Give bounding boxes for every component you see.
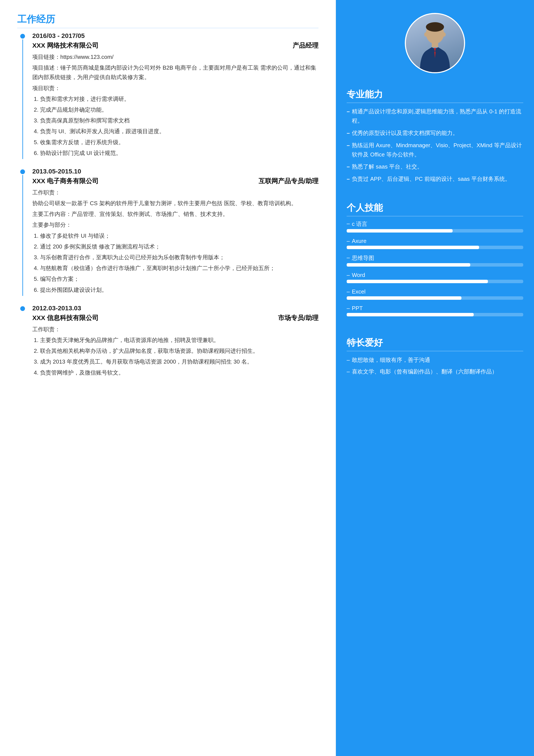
- skill-bars-container: c 语言Axure思维导图WordExcelPPT: [347, 220, 523, 316]
- skill-bar-label-5: PPT: [347, 305, 523, 311]
- job-company-3: XXX 信息科技有限公司: [32, 313, 99, 322]
- skill-bar-item-0: c 语言: [347, 220, 523, 232]
- skill-bar-fill-5: [347, 313, 474, 316]
- job-body-2: 工作职责： 协助公司研发一款基于 CS 架构的软件用于儿童智力测评，软件主要用户…: [32, 188, 318, 295]
- skill-bar-item-1: Axure: [347, 238, 523, 249]
- skill-bar-bg-2: [347, 263, 523, 267]
- job-content-3: 2012.03-2013.03 XXX 信息科技有限公司 市场专员/助理 工作职…: [28, 305, 318, 379]
- skill-bar-item-3: Word: [347, 272, 523, 283]
- timeline-item-2: 2013.05-2015.10 XXX 电子商务有限公司 互联网产品专员/助理 …: [17, 168, 318, 296]
- job-detail-3-0: 工作职责：: [32, 325, 318, 334]
- skill-bar-fill-0: [347, 229, 453, 232]
- skill-bar-item-5: PPT: [347, 305, 523, 316]
- duty-2-1: 修改了多处软件 UI 与错误；: [40, 231, 318, 240]
- job-header-2: XXX 电子商务有限公司 互联网产品专员/助理: [32, 177, 318, 186]
- job-title-3: 市场专员/助理: [278, 313, 318, 322]
- skill-bar-label-3: Word: [347, 272, 523, 279]
- timeline-line-2: [22, 175, 23, 296]
- timeline-dot-col-1: [17, 32, 28, 159]
- skill-bar-label-0: c 语言: [347, 220, 523, 228]
- job-detail-2-1: 协助公司研发一款基于 CS 架构的软件用于儿童智力测评，软件主要用户包括 医院、…: [32, 199, 318, 208]
- duty-2-4: 与慈航教育（校信通）合作进行市场推广，至离职时初步计划推广二十所小学，已经开始五…: [40, 263, 318, 273]
- job-detail-2-3: 主要参与部分：: [32, 220, 318, 230]
- job-body-1: 项目链接：https://www.123.com/ 项目描述：锤子简历商城是集团…: [32, 52, 318, 158]
- duty-2-3: 与乐创教育进行合作，至离职为止公司已经开始为乐创教育制作专用版本；: [40, 253, 318, 262]
- professional-skills-section: 专业能力 精通产品设计理念和原则,逻辑思维能力强，熟悉产品从 0-1 的打造流程…: [336, 82, 534, 193]
- duty-1-6: 协助设计部门完成 UI 设计规范。: [40, 148, 318, 158]
- skill-bar-bg-5: [347, 313, 523, 316]
- duty-1-4: 负责与 UI、测试和开发人员沟通，跟进项目进度。: [40, 126, 318, 136]
- timeline-dot-2: [20, 169, 25, 174]
- hobbies-list: 敢想敢做，细致有序，善于沟通 喜欢文学、电影（曾有编剧作品）、翻译（六部翻译作品…: [347, 355, 523, 376]
- job-content-2: 2013.05-2015.10 XXX 电子商务有限公司 互联网产品专员/助理 …: [28, 168, 318, 296]
- job-detail-2-2: 主要工作内容：产品管理、宣传策划、软件测试、市场推广、销售、技术支持。: [32, 209, 318, 219]
- pro-skill-4: 熟悉了解 saas 平台、社交。: [347, 162, 523, 171]
- duty-1-3: 负责高保真原型制作和撰写需求文档: [40, 116, 318, 125]
- photo-area: [336, 0, 534, 82]
- skill-bar-label-2: 思维导图: [347, 254, 523, 262]
- duty-1-5: 收集需求方反馈，进行系统升级。: [40, 138, 318, 147]
- job-date-3: 2012.03-2013.03: [32, 305, 318, 312]
- job-content-1: 2016/03 - 2017/05 XXX 网络技术有限公司 产品经理 项目链接…: [28, 32, 318, 159]
- job-duties-1: 负责和需求方对接，进行需求调研。 完成产品规划并确定功能。 负责高保真原型制作和…: [32, 94, 318, 158]
- job-date-2: 2013.05-2015.10: [32, 168, 318, 175]
- work-section: 工作经历 2016/03 - 2017/05 XXX 网络技术有限公司 产品经理…: [17, 13, 318, 379]
- svg-point-4: [442, 32, 446, 37]
- job-title-1: 产品经理: [292, 41, 318, 50]
- skill-bar-item-4: Excel: [347, 288, 523, 300]
- pro-skill-1: 精通产品设计理念和原则,逻辑思维能力强，熟悉产品从 0-1 的打造流程。: [347, 107, 523, 125]
- job-company-2: XXX 电子商务有限公司: [32, 177, 99, 186]
- photo-placeholder: [406, 14, 464, 72]
- job-date-1: 2016/03 - 2017/05: [32, 32, 318, 40]
- pro-skill-2: 优秀的原型设计以及需求文档撰写的能力。: [347, 128, 523, 138]
- timeline-dot-col-3: [17, 305, 28, 379]
- duty-1-1: 负责和需求方对接，进行需求调研。: [40, 94, 318, 104]
- timeline-item-1: 2016/03 - 2017/05 XXX 网络技术有限公司 产品经理 项目链接…: [17, 32, 318, 159]
- skill-bar-fill-1: [347, 246, 479, 249]
- right-panel: 专业能力 精通产品设计理念和原则,逻辑思维能力强，熟悉产品从 0-1 的打造流程…: [336, 0, 534, 756]
- professional-skills-title: 专业能力: [347, 88, 523, 103]
- skill-bar-bg-0: [347, 229, 523, 232]
- pro-skill-3: 熟练运用 Axure、Mindmanager、Visio、Project、XMi…: [347, 141, 523, 159]
- personal-skills-section: 个人技能 c 语言Axure思维导图WordExcelPPT: [336, 195, 534, 328]
- person-silhouette: [414, 20, 456, 72]
- profile-photo: [405, 13, 465, 73]
- duty-3-4: 负责管网维护，及微信账号软文。: [40, 368, 318, 377]
- svg-point-3: [424, 32, 428, 37]
- duty-3-1: 主要负责天津鲍牙兔的品牌推广，电话资源库的地推，招聘及管理兼职。: [40, 335, 318, 345]
- skill-bar-bg-4: [347, 296, 523, 300]
- job-title-2: 互联网产品专员/助理: [259, 177, 318, 186]
- duty-3-2: 联合其他相关机构举办活动，扩大品牌知名度，获取市场资源。协助课程顾问进行招生。: [40, 346, 318, 356]
- work-section-title: 工作经历: [17, 13, 318, 28]
- duty-1-2: 完成产品规划并确定功能。: [40, 105, 318, 115]
- svg-rect-2: [432, 42, 438, 47]
- timeline-dot-col-2: [17, 168, 28, 296]
- timeline-item-3: 2012.03-2013.03 XXX 信息科技有限公司 市场专员/助理 工作职…: [17, 305, 318, 379]
- job-detail-2-0: 工作职责：: [32, 188, 318, 197]
- timeline-line-3: [22, 312, 23, 379]
- duty-2-6: 提出外围团队建设设计划。: [40, 285, 318, 295]
- timeline-dot-1: [20, 34, 25, 39]
- skill-bar-item-2: 思维导图: [347, 254, 523, 267]
- job-detail-1-1: 项目描述：锤子简历商城是集团内部设计为公司对外 B2B 电商平台，主要面对用户是…: [32, 63, 318, 82]
- job-header-3: XXX 信息科技有限公司 市场专员/助理: [32, 313, 318, 322]
- duty-2-2: 通过 200 多例实测反馈 修改了施测流程与话术；: [40, 242, 318, 251]
- job-detail-1-0: 项目链接：https://www.123.com/: [32, 52, 318, 62]
- skill-bar-bg-3: [347, 280, 523, 283]
- personal-skills-title: 个人技能: [347, 202, 523, 216]
- skill-bar-fill-2: [347, 263, 470, 267]
- duty-2-5: 编写合作方案；: [40, 274, 318, 284]
- job-body-3: 工作职责： 主要负责天津鲍牙兔的品牌推广，电话资源库的地推，招聘及管理兼职。 联…: [32, 325, 318, 377]
- job-detail-1-2: 项目职责：: [32, 83, 318, 93]
- svg-point-1: [426, 22, 444, 32]
- hobbies-title: 特长爱好: [347, 337, 523, 351]
- skill-bar-fill-4: [347, 296, 461, 300]
- skill-bar-fill-3: [347, 280, 488, 283]
- timeline-dot-3: [20, 306, 25, 311]
- timeline-line-1: [22, 40, 23, 159]
- job-duties-3: 主要负责天津鲍牙兔的品牌推广，电话资源库的地推，招聘及管理兼职。 联合其他相关机…: [32, 335, 318, 377]
- duty-3-3: 成为 2013 年度优秀员工。每月获取市场电话资源 2000，月协助课程顾问招生…: [40, 357, 318, 366]
- skill-bar-label-1: Axure: [347, 238, 523, 244]
- pro-skill-5: 负责过 APP、后台逻辑、PC 前端的设计、saas 平台财务系统。: [347, 174, 523, 184]
- hobbies-section: 特长爱好 敢想敢做，细致有序，善于沟通 喜欢文学、电影（曾有编剧作品）、翻译（六…: [336, 330, 534, 385]
